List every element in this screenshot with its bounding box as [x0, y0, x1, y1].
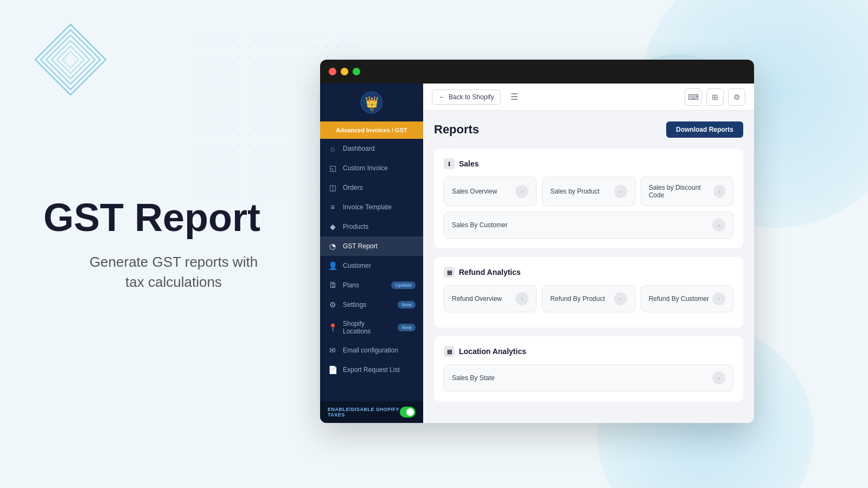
sidebar-item-customer[interactable]: 👤 Customer	[320, 256, 423, 275]
export-icon: 📄	[328, 365, 337, 374]
gst-icon: ◔	[328, 242, 337, 251]
keyboard-icon-btn[interactable]: ⌨	[685, 88, 702, 106]
location-section-title: Location Analytics	[459, 347, 526, 356]
sub-title: Generate GST reports withtax calculation…	[43, 252, 304, 292]
sidebar-label-email: Email configuration	[343, 346, 416, 354]
sales-by-product-item[interactable]: Sales by Product ›	[542, 177, 635, 206]
sidebar-label-gst-report: GST Report	[343, 242, 416, 250]
sales-by-product-arrow: ›	[614, 185, 627, 198]
refund-section-header: ▤ Refund Analytics	[444, 267, 733, 278]
refund-by-product-item[interactable]: Refund By Product ›	[542, 285, 635, 312]
shopify-taxes-toggle[interactable]	[400, 407, 416, 418]
page-title: Reports	[434, 123, 479, 137]
app-window: 👑 % Advanced Invoices / GST ⌂ Dashboard …	[320, 60, 754, 423]
settings-icon-btn[interactable]: ⚙	[728, 88, 745, 106]
sidebar: 👑 % Advanced Invoices / GST ⌂ Dashboard …	[320, 84, 423, 423]
sidebar-brand: Advanced Invoices / GST	[320, 121, 423, 139]
menu-icon[interactable]: ☰	[506, 89, 522, 104]
topbar: ← Back to Shopify ☰ ⌨ ⊞ ⚙	[423, 84, 754, 111]
sidebar-label-custom-invoice: Custom Invoice	[343, 164, 416, 172]
dot-yellow[interactable]	[341, 68, 348, 75]
sales-by-state-arrow: ›	[712, 371, 725, 384]
shopify-taxes-label: ENABLE/DISABLE SHOPIFY TAXES	[328, 407, 400, 418]
sidebar-item-plans[interactable]: 🖺 Plans Update	[320, 275, 423, 295]
sales-report-grid: Sales Overview › Sales by Product › Sale…	[444, 177, 733, 206]
sales-by-customer-arrow: ›	[712, 219, 725, 232]
sidebar-item-settings[interactable]: ⚙ Settings New	[320, 295, 423, 314]
refund-overview-label: Refund Overview	[452, 295, 502, 303]
settings-badge: New	[398, 301, 416, 309]
locations-badge: New	[398, 324, 416, 331]
sales-by-customer-label: Sales By Customer	[452, 221, 508, 229]
refund-by-product-label: Refund By Product	[550, 295, 605, 303]
sales-overview-item[interactable]: Sales Overview ›	[444, 177, 537, 206]
refund-section-icon: ▤	[444, 267, 455, 278]
sidebar-item-custom-invoice[interactable]: ◱ Custom Invoice	[320, 158, 423, 178]
bg-diamond	[33, 22, 108, 98]
refund-overview-item[interactable]: Refund Overview ›	[444, 285, 537, 312]
sidebar-item-shopify-locations[interactable]: 📍 Shopify Locations New	[320, 314, 423, 341]
email-icon: ✉	[328, 346, 337, 355]
sidebar-label-products: Products	[343, 223, 416, 230]
topbar-right: ⌨ ⊞ ⚙	[685, 88, 745, 106]
sidebar-label-plans: Plans	[343, 281, 386, 289]
settings-icon: ⚙	[328, 300, 337, 309]
sales-section-icon: ℹ	[444, 158, 455, 169]
refund-report-grid: Refund Overview › Refund By Product › Re…	[444, 285, 733, 312]
grid-icon-btn[interactable]: ⊞	[706, 88, 724, 106]
sidebar-item-gst-report[interactable]: ◔ GST Report	[320, 236, 423, 256]
orders-icon: ◫	[328, 183, 337, 192]
sidebar-item-dashboard[interactable]: ⌂ Dashboard	[320, 139, 423, 158]
svg-marker-5	[62, 52, 79, 68]
sales-by-customer-item[interactable]: Sales By Customer ›	[444, 211, 733, 239]
sidebar-label-orders: Orders	[343, 184, 416, 191]
sales-section: ℹ Sales Sales Overview › Sales by Produc…	[434, 149, 743, 248]
svg-text:👑: 👑	[365, 95, 379, 108]
sidebar-label-dashboard: Dashboard	[343, 145, 416, 152]
sales-by-state-item[interactable]: Sales By State ›	[444, 364, 733, 391]
svg-text:%: %	[369, 107, 373, 112]
sidebar-label-settings: Settings	[343, 301, 392, 309]
sidebar-footer: ENABLE/DISABLE SHOPIFY TAXES	[320, 401, 423, 423]
location-section-icon: ▤	[444, 346, 455, 357]
sidebar-nav: ⌂ Dashboard ◱ Custom Invoice ◫ Orders ≡ …	[320, 139, 423, 401]
back-to-shopify-button[interactable]: ← Back to Shopify	[432, 89, 501, 105]
invoice-icon: ◱	[328, 164, 337, 172]
sales-overview-label: Sales Overview	[452, 188, 497, 195]
refund-by-customer-label: Refund By Customer	[649, 295, 709, 303]
sidebar-item-products[interactable]: ◆ Products	[320, 217, 423, 236]
sales-section-title: Sales	[459, 159, 479, 168]
sidebar-label-invoice-template: Invoice Template	[343, 203, 416, 211]
sidebar-item-email[interactable]: ✉ Email configuration	[320, 341, 423, 360]
refund-by-customer-item[interactable]: Refund By Customer ›	[641, 285, 733, 312]
sales-by-discount-label: Sales by Discount Code	[649, 184, 713, 199]
sales-by-product-label: Sales by Product	[550, 188, 599, 195]
download-reports-button[interactable]: Download Reports	[666, 121, 743, 138]
sales-by-state-label: Sales By State	[452, 374, 495, 382]
plans-badge: Update	[391, 281, 416, 289]
sidebar-label-customer: Customer	[343, 262, 416, 269]
page-header: Reports Download Reports	[434, 121, 743, 138]
main-title: GST Report	[43, 196, 304, 239]
dot-green[interactable]	[353, 68, 360, 75]
window-body: 👑 % Advanced Invoices / GST ⌂ Dashboard …	[320, 84, 754, 423]
plans-icon: 🖺	[328, 281, 337, 290]
main-content: ← Back to Shopify ☰ ⌨ ⊞ ⚙ Reports Downlo…	[423, 84, 754, 423]
sales-by-discount-item[interactable]: Sales by Discount Code ›	[641, 177, 733, 206]
logo-icon: 👑 %	[358, 89, 385, 116]
template-icon: ≡	[328, 203, 337, 211]
refund-by-product-arrow: ›	[614, 292, 627, 305]
location-section-header: ▤ Location Analytics	[444, 346, 733, 357]
refund-overview-arrow: ›	[515, 292, 528, 305]
dot-red[interactable]	[329, 68, 336, 75]
sales-overview-arrow: ›	[515, 185, 528, 198]
sidebar-label-shopify-locations: Shopify Locations	[343, 320, 392, 335]
products-icon: ◆	[328, 222, 337, 231]
sidebar-item-invoice-template[interactable]: ≡ Invoice Template	[320, 197, 423, 217]
back-button-label: Back to Shopify	[449, 93, 494, 101]
sidebar-item-orders[interactable]: ◫ Orders	[320, 178, 423, 197]
back-arrow-icon: ←	[439, 93, 445, 101]
sidebar-item-export[interactable]: 📄 Export Request List	[320, 360, 423, 380]
customer-icon: 👤	[328, 261, 337, 270]
refund-section-title: Refund Analytics	[459, 268, 521, 277]
